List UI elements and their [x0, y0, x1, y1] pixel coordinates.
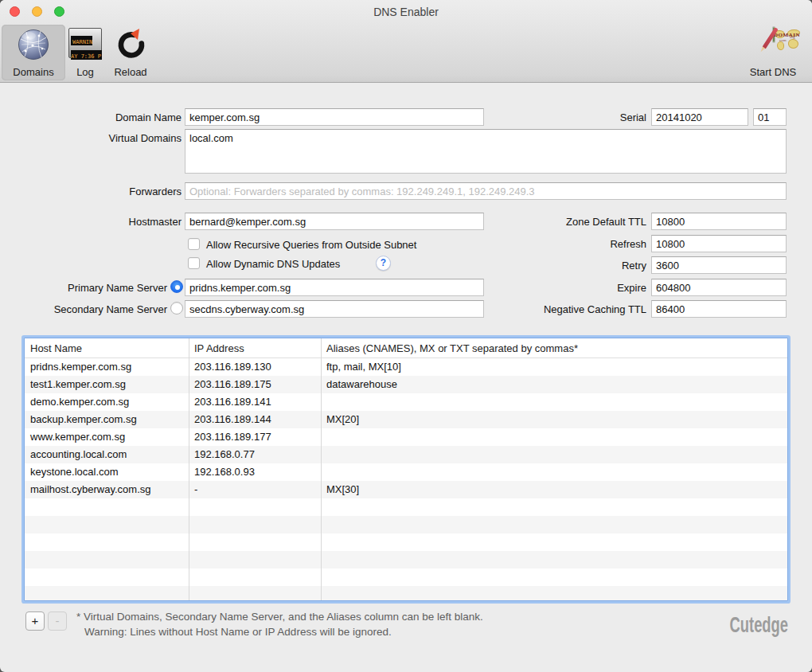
table-cell: demo.kemper.com.sg	[25, 393, 189, 411]
table-cell	[321, 393, 787, 411]
negative-caching-ttl-input[interactable]	[651, 300, 787, 318]
virtual-domains-label: Virtual Domains	[0, 132, 182, 144]
footnote-line2: Warning: Lines without Host Name or IP A…	[84, 624, 483, 639]
domain-name-label: Domain Name	[0, 111, 182, 123]
allow-recursive-label: Allow Recursive Queries from Outside Sub…	[206, 239, 416, 251]
table-row[interactable]: demo.kemper.com.sg203.116.189.141	[25, 393, 787, 411]
hostmaster-label: Hostmaster	[0, 216, 182, 228]
table-empty-row	[25, 568, 787, 586]
table-row[interactable]: www.kemper.com.sg203.116.189.177	[25, 428, 787, 446]
globe-network-icon	[17, 28, 50, 64]
brand-logo: Cutedge	[730, 613, 788, 638]
titlebar: DNS Enabler	[0, 0, 812, 22]
table-empty-row	[25, 533, 787, 551]
table-cell: 192.168.0.77	[189, 446, 321, 463]
column-divider[interactable]	[189, 338, 189, 600]
table-cell: datawarehouse	[321, 376, 787, 393]
table-cell	[321, 428, 787, 446]
table-cell: 203.116.189.130	[189, 358, 321, 376]
table-cell: 192.168.0.93	[189, 463, 321, 481]
table-empty-row	[25, 516, 787, 533]
secondary-ns-label: Secondary Name Server	[0, 303, 167, 315]
primary-ns-input[interactable]	[185, 279, 484, 296]
retry-input[interactable]	[651, 256, 787, 274]
domain-map-pencil-icon: com org DOMAIN	[773, 27, 775, 42]
negative-caching-ttl-label: Negative Caching TTL	[462, 303, 646, 315]
serial-input[interactable]	[651, 108, 748, 126]
toolbar-label-start-dns: Start DNS	[739, 66, 807, 78]
serial-suffix-input[interactable]	[753, 108, 787, 126]
refresh-label: Refresh	[462, 238, 646, 250]
table-cell: backup.kemper.com.sg	[25, 411, 189, 428]
primary-ns-radio[interactable]	[170, 280, 183, 293]
table-cell: keystone.local.com	[25, 463, 189, 481]
footnote: * Virtual Domains, Secondary Name Server…	[76, 609, 483, 639]
table-row[interactable]: pridns.kemper.com.sg203.116.189.130ftp, …	[25, 358, 787, 376]
table-empty-row	[25, 586, 787, 601]
toolbar-button-start-dns[interactable]: com org DOMAIN Start DNS	[739, 25, 807, 80]
host-records-table[interactable]: Host Name IP Address Aliases (CNAMES), M…	[24, 338, 788, 601]
secondary-ns-input[interactable]	[185, 300, 484, 318]
toolbar-button-domains[interactable]: Domains	[2, 25, 65, 80]
toolbar-button-log[interactable]: WARNINAY 7:36 P Log	[67, 25, 103, 80]
table-row[interactable]: backup.kemper.com.sg203.116.189.144MX[20…	[25, 411, 787, 428]
table-cell: 203.116.189.177	[189, 428, 321, 446]
zone-default-ttl-label: Zone Default TTL	[462, 216, 646, 228]
circular-arrow-reload-icon	[115, 28, 146, 63]
table-row[interactable]: keystone.local.com192.168.0.93	[25, 463, 787, 481]
toolbar-label-log: Log	[67, 66, 103, 78]
warning-led-display-icon: WARNINAY 7:36 P	[68, 28, 102, 58]
toolbar-label-reload: Reload	[105, 66, 156, 78]
column-header-host-name[interactable]: Host Name	[25, 338, 189, 357]
table-cell: www.kemper.com.sg	[25, 428, 189, 446]
zone-default-ttl-input[interactable]	[651, 213, 787, 230]
window-chrome: DNS Enabler	[0, 0, 812, 83]
serial-label: Serial	[525, 111, 646, 123]
table-cell: MX[20]	[321, 411, 787, 428]
window-title: DNS Enabler	[0, 6, 812, 18]
table-cell	[321, 463, 787, 481]
allow-recursive-checkbox[interactable]	[188, 238, 200, 250]
table-cell: 203.116.189.141	[189, 393, 321, 411]
allow-dynamic-checkbox[interactable]	[188, 257, 200, 269]
table-cell: -	[189, 481, 321, 498]
table-header-row: Host Name IP Address Aliases (CNAMES), M…	[25, 338, 787, 358]
hostmaster-input[interactable]	[185, 213, 484, 230]
table-row[interactable]: mailhost.cyberway.com.sg-MX[30]	[25, 481, 787, 498]
table-cell: 203.116.189.175	[189, 376, 321, 393]
table-empty-row	[25, 551, 787, 568]
expire-input[interactable]	[651, 279, 787, 296]
table-cell: ftp, mail, MX[10]	[321, 358, 787, 376]
table-row[interactable]: test1.kemper.com.sg203.116.189.175datawa…	[25, 376, 787, 393]
forwarders-label: Forwarders	[0, 186, 182, 197]
remove-row-button[interactable]: -	[48, 611, 67, 631]
secondary-ns-radio[interactable]	[170, 302, 183, 315]
table-cell	[321, 446, 787, 463]
forwarders-input[interactable]	[185, 182, 787, 200]
expire-label: Expire	[462, 282, 646, 294]
column-divider[interactable]	[321, 338, 322, 600]
toolbar-label-domains: Domains	[2, 66, 65, 78]
virtual-domains-textarea[interactable]	[185, 129, 787, 174]
footnote-line1: * Virtual Domains, Secondary Name Server…	[76, 609, 483, 624]
table-cell: test1.kemper.com.sg	[25, 376, 189, 393]
app-window: DNS Enabler	[0, 0, 812, 672]
table-row[interactable]: accounting.local.com192.168.0.77	[25, 446, 787, 463]
column-header-ip-address[interactable]: IP Address	[189, 338, 321, 357]
toolbar-button-reload[interactable]: Reload	[105, 25, 156, 80]
primary-ns-label: Primary Name Server	[0, 282, 167, 294]
column-header-aliases[interactable]: Aliases (CNAMES), MX or TXT separated by…	[321, 338, 787, 357]
table-body: pridns.kemper.com.sg203.116.189.130ftp, …	[25, 358, 787, 601]
domain-name-input[interactable]	[185, 108, 484, 126]
pencil-glyph	[773, 27, 775, 42]
refresh-input[interactable]	[651, 235, 787, 252]
add-row-button[interactable]: +	[25, 611, 45, 631]
table-cell: mailhost.cyberway.com.sg	[25, 481, 189, 498]
table-cell: MX[30]	[321, 481, 787, 498]
table-cell: accounting.local.com	[25, 446, 189, 463]
table-cell: pridns.kemper.com.sg	[25, 358, 189, 376]
table-empty-row	[25, 498, 787, 516]
allow-dynamic-label: Allow Dynamic DNS Updates	[206, 258, 340, 270]
retry-label: Retry	[462, 260, 646, 272]
help-button[interactable]: ?	[376, 256, 391, 271]
